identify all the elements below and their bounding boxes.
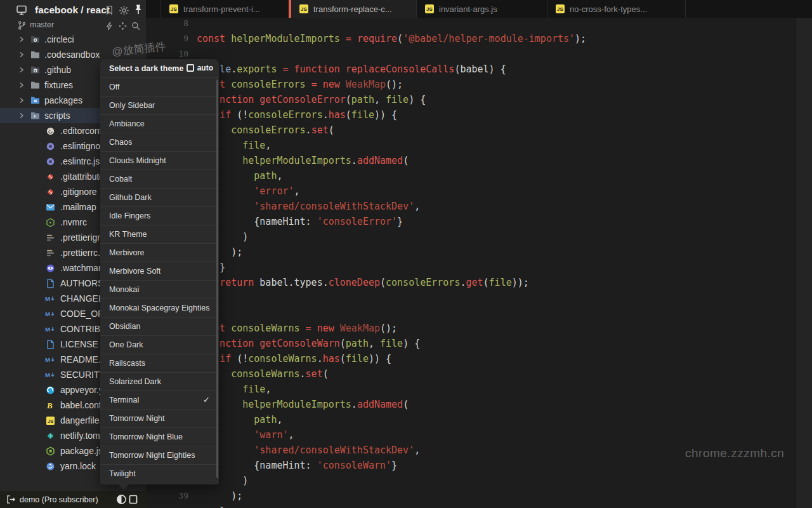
theme-option-off[interactable]: Off — [100, 78, 219, 97]
pin-icon[interactable] — [133, 4, 144, 15]
gear-icon[interactable] — [118, 4, 129, 16]
code-line-20[interactable]: 20 'shared/consoleWithStackDev', — [146, 199, 795, 214]
code-line-40[interactable]: 40 } — [146, 504, 795, 508]
theme-option-label: Only Sidebar — [109, 101, 155, 110]
search-icon[interactable] — [130, 20, 141, 32]
code-line-29[interactable]: 29 function getConsoleWarn(path, file) { — [146, 336, 795, 351]
theme-option-tomorrow-night-blue[interactable]: Tomorrow Night Blue — [100, 428, 219, 446]
code-text: if (!consoleWarns.has(file)) { — [197, 351, 391, 366]
theme-option-tomorrow-night-eighties[interactable]: Tomorrow Night Eighties — [100, 446, 219, 465]
chevron-right-icon[interactable] — [18, 112, 25, 119]
theme-option-idle-fingers[interactable]: Idle Fingers — [100, 207, 219, 225]
code-line-34[interactable]: 34 path, — [146, 412, 795, 427]
code-line-27[interactable]: 27 — [146, 305, 795, 321]
code-line-24[interactable]: 24 } — [146, 260, 795, 275]
code-line-32[interactable]: 32 file, — [146, 382, 795, 397]
theme-option-tomorrow-night[interactable]: Tomorrow Night — [100, 410, 219, 428]
account-bar: demo (Pro subscriber) — [0, 491, 146, 508]
theme-option-kr-theme[interactable]: KR Theme — [100, 225, 219, 244]
code-line-31[interactable]: 31 consoleWarns.set( — [146, 366, 795, 382]
code-line-26[interactable]: 26 } — [146, 290, 795, 305]
code-line-12[interactable]: 12 let consoleErrors = new WeakMap(); — [146, 77, 795, 92]
tree-item-label: .nvmrc — [60, 217, 87, 227]
theme-option-label: Solarized Dark — [109, 377, 161, 386]
code-line-30[interactable]: 30 if (!consoleWarns.has(file)) { — [146, 351, 795, 366]
code-text: 'shared/consoleWithStackDev', — [197, 199, 420, 214]
code-line-15[interactable]: 15 consoleErrors.set( — [146, 123, 795, 138]
theme-option-merbivore[interactable]: Merbivore — [100, 244, 219, 262]
account-label[interactable]: demo (Pro subscriber) — [20, 495, 98, 504]
auto-checkbox-box[interactable] — [187, 64, 194, 72]
code-text: 'shared/consoleWithStackDev', — [197, 443, 420, 458]
lightning-icon[interactable] — [103, 20, 115, 32]
node-icon — [45, 217, 55, 227]
file-blue-icon — [45, 278, 55, 288]
code-line-39[interactable]: 39 ); — [146, 488, 795, 504]
code-line-35[interactable]: 35 'warn', — [146, 427, 795, 443]
theme-option-chaos[interactable]: Chaos — [100, 133, 219, 152]
code-text: helperModuleImports.addNamed( — [197, 153, 409, 168]
theme-option-label: Clouds Midnight — [109, 156, 166, 165]
code-line-23[interactable]: 23 ); — [146, 244, 795, 260]
theme-option-terminal[interactable]: Terminal✓ — [100, 391, 219, 410]
fit-icon[interactable] — [117, 20, 128, 32]
contrast-icon[interactable] — [116, 494, 127, 505]
code-line-18[interactable]: 18 path, — [146, 168, 795, 184]
theme-option-obsidian[interactable]: Obsidian — [100, 318, 219, 336]
theme-option-cobalt[interactable]: Cobalt — [100, 170, 219, 189]
code-line-10[interactable]: 10 — [146, 46, 795, 62]
theme-option-monokai[interactable]: Monokai — [100, 281, 219, 299]
code-line-9[interactable]: 9const helperModuleImports = require('@b… — [146, 31, 795, 46]
theme-option-label: Chaos — [109, 138, 132, 147]
tab-transform-prevent-i[interactable]: JStransform-prevent-i... — [161, 0, 289, 18]
tab-no-cross-fork-types[interactable]: JSno-cross-fork-types... — [547, 0, 685, 18]
bookmark-icon[interactable] — [103, 4, 115, 16]
code-line-16[interactable]: 16 file, — [146, 138, 795, 153]
code-line-21[interactable]: 21 {nameHint: 'consoleError'} — [146, 214, 795, 229]
theme-option-only-sidebar[interactable]: Only Sidebar — [100, 97, 219, 115]
code-editor[interactable]: 7'use strict';89const helperModuleImport… — [146, 18, 795, 508]
code-line-19[interactable]: 19 'error', — [146, 184, 795, 199]
theme-option-ambiance[interactable]: Ambiance — [100, 115, 219, 133]
code-line-17[interactable]: 17 helperModuleImports.addNamed( — [146, 153, 795, 168]
tree-item-circleci[interactable]: .circleci — [0, 32, 146, 47]
line-number: 8 — [146, 18, 188, 31]
code-line-14[interactable]: 14 if (!consoleErrors.has(file)) { — [146, 107, 795, 123]
chevron-right-icon[interactable] — [18, 81, 25, 89]
theme-option-railscasts[interactable]: Railscasts — [100, 354, 219, 373]
auto-checkbox[interactable]: auto — [187, 64, 213, 72]
repo-title: facebook / react — [35, 4, 110, 16]
chevron-right-icon[interactable] — [18, 36, 25, 43]
tab-invariant-args-js[interactable]: JSinvariant-args.js — [417, 0, 547, 18]
code-line-38[interactable]: 38 ) — [146, 473, 795, 488]
code-line-33[interactable]: 33 helperModuleImports.addNamed( — [146, 397, 795, 412]
theme-option-label: Twilight — [109, 469, 136, 478]
code-line-22[interactable]: 22 ) — [146, 229, 795, 244]
chevron-right-icon[interactable] — [18, 66, 25, 74]
js-file-icon: JS — [425, 4, 434, 13]
chevron-right-icon[interactable] — [18, 97, 25, 104]
code-line-11[interactable]: 11module.exports = function replaceConso… — [146, 62, 795, 77]
code-line-25[interactable]: 25 return babel.types.cloneDeep(consoleE… — [146, 275, 795, 290]
menu-scrollbar[interactable] — [216, 79, 218, 478]
exit-icon[interactable] — [6, 495, 16, 504]
code-line-28[interactable]: 28 let consoleWarns = new WeakMap(); — [146, 321, 795, 336]
theme-menu-title: Select a dark theme — [109, 64, 183, 73]
theme-option-monokai-spacegray-eighties[interactable]: Monokai Spacegray Eighties — [100, 299, 219, 318]
theme-option-merbivore-soft[interactable]: Merbivore Soft — [100, 262, 219, 281]
tab-transform-replace-c[interactable]: JStransform-replace-c... — [291, 0, 416, 18]
theme-option-solarized-dark[interactable]: Solarized Dark — [100, 373, 219, 391]
theme-option-label: Cobalt — [109, 175, 132, 184]
code-line-8[interactable]: 8 — [146, 18, 795, 31]
code-line-13[interactable]: 13 function getConsoleError(path, file) … — [146, 92, 795, 107]
square-icon[interactable] — [128, 494, 138, 505]
theme-option-twilight[interactable]: Twilight — [100, 465, 219, 483]
theme-option-clouds-midnight[interactable]: Clouds Midnight — [100, 152, 219, 170]
chevron-right-icon[interactable] — [18, 51, 25, 58]
theme-option-label: Tomorrow Night — [109, 414, 165, 423]
line-number: 40 — [146, 504, 188, 508]
svg-text:M: M — [45, 371, 50, 378]
theme-option-github-dark[interactable]: Github Dark — [100, 189, 219, 207]
folder-plain-icon — [30, 50, 40, 60]
theme-option-one-dark[interactable]: One Dark — [100, 336, 219, 354]
